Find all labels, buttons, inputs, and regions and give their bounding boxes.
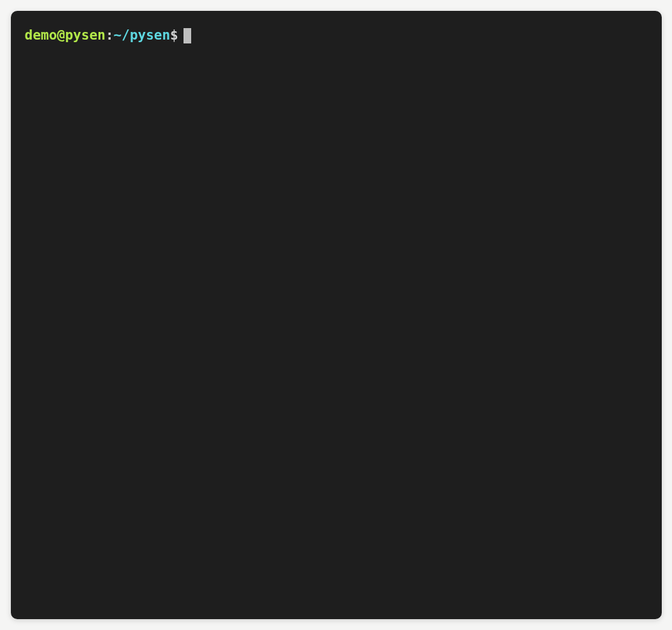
prompt-cwd: ~/pysen: [114, 26, 171, 45]
prompt-separator: :: [105, 26, 114, 45]
prompt-symbol: $: [170, 26, 178, 45]
prompt-user-host: demo@pysen: [25, 26, 105, 45]
terminal-window[interactable]: demo@pysen:~/pysen$: [11, 11, 662, 619]
cursor-block: [184, 28, 191, 43]
prompt-line: demo@pysen:~/pysen$: [25, 26, 648, 45]
